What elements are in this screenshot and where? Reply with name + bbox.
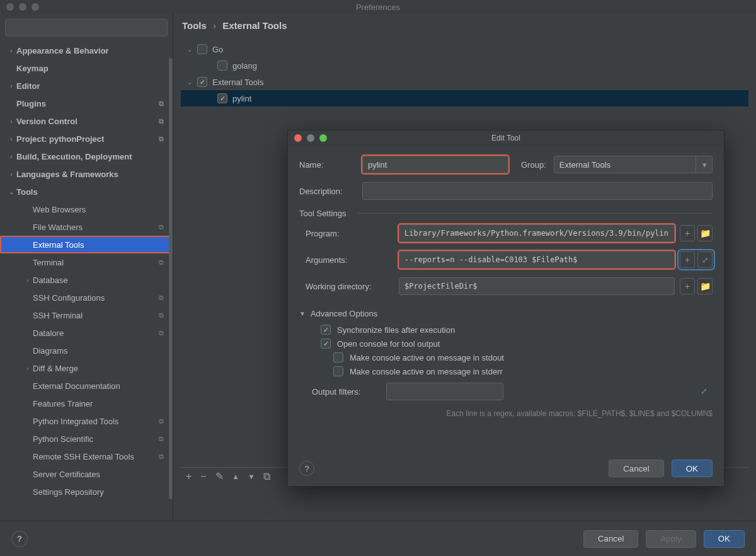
insert-macro-icon[interactable]: +: [680, 278, 695, 294]
sidebar-item-terminal[interactable]: Terminal⧉: [0, 253, 173, 271]
sidebar-item-label: Version Control: [16, 117, 77, 126]
insert-macro-icon[interactable]: +: [680, 252, 695, 268]
sidebar-item-label: Keymap: [16, 64, 49, 73]
sidebar-item-label: Web Browsers: [33, 205, 86, 214]
sidebar-item-diff-merge[interactable]: ›Diff & Merge: [0, 359, 173, 377]
output-filters-field[interactable]: [386, 383, 503, 400]
stderr-active-checkbox-row[interactable]: Make console active on message in stderr: [333, 366, 713, 376]
cancel-button[interactable]: Cancel: [583, 530, 639, 548]
checkbox[interactable]: [321, 325, 331, 335]
sidebar-item-label: Datalore: [33, 328, 64, 338]
remove-icon[interactable]: −: [200, 471, 206, 482]
sidebar-version-control[interactable]: ›Version Control⧉: [0, 112, 173, 130]
group-label: External Tools: [212, 78, 263, 87]
ok-button[interactable]: OK: [704, 530, 745, 548]
expand-icon[interactable]: ⤢: [701, 386, 707, 396]
sidebar-item-label: Build, Execution, Deployment: [16, 152, 132, 161]
apply-button[interactable]: Apply: [646, 530, 696, 548]
tool-item-golang[interactable]: golang: [181, 57, 748, 74]
breadcrumb: Tools › External Tools: [173, 14, 756, 37]
checkbox[interactable]: [217, 93, 227, 103]
arguments-field[interactable]: [399, 251, 675, 269]
tool-group-external-tools[interactable]: ⌄ External Tools: [181, 74, 748, 90]
sidebar-item-ssh-terminal[interactable]: SSH Terminal⧉: [0, 306, 173, 324]
sidebar-item-file-watchers[interactable]: File Watchers⧉: [0, 218, 173, 236]
checkbox[interactable]: [217, 61, 227, 71]
sidebar-item-label: Remote SSH External Tools: [33, 452, 134, 461]
move-up-icon[interactable]: ▲: [232, 473, 239, 480]
checkbox[interactable]: [333, 366, 343, 376]
sidebar-item-python-scientific[interactable]: Python Scientific⧉: [0, 430, 173, 448]
checkbox-label: Synchronize files after execution: [337, 325, 455, 335]
checkbox-label: Make console active on message in stdout: [350, 353, 504, 362]
sidebar-item-ssh-config[interactable]: SSH Configurations⧉: [0, 289, 173, 306]
search-input[interactable]: [5, 19, 168, 37]
description-field[interactable]: [362, 182, 713, 200]
sidebar-item-label: Diff & Merge: [33, 364, 78, 373]
settings-tree[interactable]: ›Appearance & Behavior Keymap ›Editor Pl…: [0, 42, 173, 520]
add-icon[interactable]: +: [186, 471, 192, 482]
sidebar-editor[interactable]: ›Editor: [0, 77, 173, 95]
dialog-cancel-button[interactable]: Cancel: [609, 460, 664, 477]
name-field[interactable]: [362, 156, 508, 173]
project-level-icon: ⧉: [159, 117, 164, 125]
working-dir-field[interactable]: [399, 277, 675, 295]
open-console-checkbox-row[interactable]: Open console for tool output: [321, 339, 713, 349]
edit-tool-dialog: Edit Tool Name: Group: External Tools ▾ …: [287, 130, 724, 487]
group-select[interactable]: External Tools ▾: [554, 156, 713, 173]
sidebar-item-diagrams[interactable]: Diagrams: [0, 342, 173, 359]
sidebar-tools[interactable]: ⌄Tools: [0, 183, 173, 200]
expand-icon[interactable]: ⤢: [697, 252, 713, 268]
breadcrumb-root: Tools: [182, 20, 207, 31]
breadcrumb-leaf: External Tools: [222, 20, 287, 31]
copy-icon[interactable]: ⧉: [263, 471, 270, 482]
checkbox[interactable]: [197, 44, 207, 54]
sidebar-item-python-integrated[interactable]: Python Integrated Tools⧉: [0, 412, 173, 430]
sidebar-build[interactable]: ›Build, Execution, Deployment: [0, 148, 173, 165]
stdout-active-checkbox-row[interactable]: Make console active on message in stdout: [333, 352, 713, 362]
sidebar-project[interactable]: ›Project: pythonProject⧉: [0, 130, 173, 148]
chevron-right-icon: ›: [213, 20, 216, 31]
checkbox[interactable]: [333, 352, 343, 362]
tool-settings-section: Tool Settings: [299, 209, 713, 218]
move-down-icon[interactable]: ▼: [248, 473, 255, 480]
sidebar-item-web-browsers[interactable]: Web Browsers: [0, 200, 173, 218]
sidebar-item-database[interactable]: ›Database: [0, 271, 173, 289]
browse-folder-icon[interactable]: 📁: [697, 225, 713, 241]
edit-icon[interactable]: ✎: [215, 470, 224, 482]
dialog-ok-button[interactable]: OK: [672, 460, 713, 477]
name-label: Name:: [299, 160, 362, 170]
sidebar-item-label: Languages & Frameworks: [16, 170, 118, 179]
checkbox[interactable]: [321, 339, 331, 349]
program-field[interactable]: [399, 224, 675, 242]
help-button[interactable]: ?: [11, 531, 28, 547]
sidebar-languages[interactable]: ›Languages & Frameworks: [0, 165, 173, 183]
browse-folder-icon[interactable]: 📁: [697, 278, 713, 294]
sidebar-item-label: Tools: [16, 187, 38, 197]
sidebar-item-external-docs[interactable]: External Documentation: [0, 377, 173, 395]
sync-files-checkbox-row[interactable]: Synchronize files after execution: [321, 325, 713, 335]
project-level-icon: ⧉: [159, 453, 164, 461]
sidebar-plugins[interactable]: Plugins⧉: [0, 95, 173, 112]
sidebar-item-remote-ssh-tools[interactable]: Remote SSH External Tools⧉: [0, 448, 173, 465]
sidebar-item-label: Editor: [16, 81, 40, 91]
sidebar-item-features-trainer[interactable]: Features Trainer: [0, 395, 173, 412]
sidebar-appearance[interactable]: ›Appearance & Behavior: [0, 42, 173, 59]
sidebar-item-external-tools[interactable]: External Tools: [0, 236, 173, 253]
scrollbar[interactable]: [169, 58, 173, 499]
checkbox[interactable]: [197, 77, 207, 87]
sidebar-keymap[interactable]: Keymap: [0, 59, 173, 77]
tool-group-go[interactable]: ⌄ Go: [181, 41, 748, 57]
insert-macro-icon[interactable]: +: [680, 225, 695, 241]
program-label: Program:: [306, 229, 399, 238]
sidebar-item-server-certificates[interactable]: Server Certificates: [0, 465, 173, 483]
dialog-help-button[interactable]: ?: [299, 461, 314, 476]
output-filters-label: Output filters:: [312, 387, 386, 397]
project-level-icon: ⧉: [159, 100, 164, 108]
group-value: External Tools: [559, 160, 610, 170]
sidebar-item-datalore[interactable]: Datalore⧉: [0, 324, 173, 342]
tool-item-pylint[interactable]: pylint: [181, 90, 748, 107]
sidebar-item-settings-repository[interactable]: Settings Repository: [0, 483, 173, 501]
advanced-options-section[interactable]: ▼ Advanced Options: [299, 309, 713, 318]
section-label: Tool Settings: [299, 209, 346, 218]
